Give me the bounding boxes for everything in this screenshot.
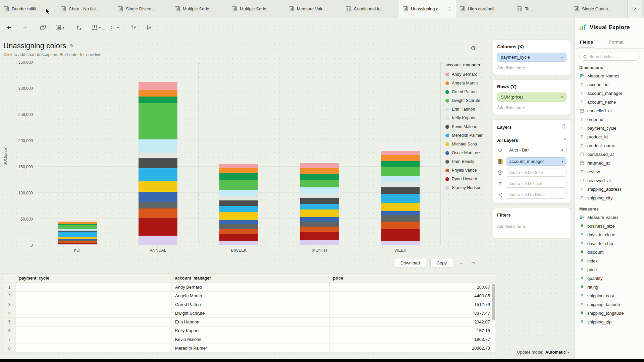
tab-multiple-serie[interactable]: Multiple Serie...	[171, 0, 228, 18]
minimize-results-icon[interactable]: ─	[457, 259, 465, 267]
cell-account-manager[interactable]: Andy Bernard	[172, 283, 330, 291]
info-icon[interactable]: ⓘ	[562, 124, 567, 130]
tab-dunder-miffli[interactable]: Dunder miffli...	[0, 0, 57, 18]
column-header-price[interactable]: price	[330, 274, 496, 283]
cell-account-manager[interactable]: Dwight Schrute	[172, 309, 330, 317]
field-days-to-ship[interactable]: #days_to_ship	[575, 239, 644, 248]
cell-price[interactable]: 1512.79	[330, 300, 496, 309]
field-measure-values[interactable]: Measure Values	[575, 213, 644, 222]
field-review[interactable]: Treview	[575, 167, 644, 176]
bar-segment[interactable]	[139, 158, 177, 168]
bar-segment[interactable]	[300, 227, 339, 232]
legend-item[interactable]: Phyllis Vance	[445, 166, 496, 175]
bar-segment[interactable]	[139, 208, 177, 218]
field-product-name[interactable]: Tproduct_name	[575, 141, 644, 150]
cell-account-manager[interactable]: Creed Patton	[172, 300, 330, 309]
field-business-size[interactable]: #business_size	[575, 222, 644, 230]
text-field-input[interactable]	[506, 180, 567, 188]
legend-item[interactable]: Kelly Kapoor	[445, 114, 496, 122]
bar-segment[interactable]	[381, 203, 420, 211]
field-shipping-zip[interactable]: #shipping_zip	[575, 317, 644, 326]
bar-segment[interactable]	[300, 198, 339, 204]
bar-segment[interactable]	[381, 222, 420, 229]
tab-format[interactable]: Format	[608, 37, 624, 48]
bar-segment[interactable]	[139, 202, 177, 208]
bar-segment[interactable]	[219, 173, 258, 180]
cell-payment-cycle[interactable]	[16, 318, 172, 326]
bar-segment[interactable]	[300, 240, 339, 245]
bar-segment[interactable]	[381, 211, 420, 215]
bar-segment[interactable]	[381, 187, 420, 194]
field-shipping-address[interactable]: Tshipping_address	[575, 185, 644, 193]
legend-item[interactable]: Angela Martin	[445, 79, 496, 87]
tab-measure-valu[interactable]: Measure Valu...	[285, 0, 342, 18]
bar-segment[interactable]	[58, 222, 97, 224]
cell-account-manager[interactable]: Meredith Palmer	[172, 344, 330, 352]
bar-segment[interactable]	[381, 182, 420, 188]
bar-segment[interactable]	[139, 236, 177, 245]
legend-item[interactable]: Stanley Hudson	[445, 183, 496, 192]
columns-x-field-pill[interactable]: payment_cycle ▾	[497, 53, 567, 62]
bar-segment[interactable]	[219, 229, 258, 233]
cell-account-manager[interactable]: Kevin Malone	[172, 335, 330, 344]
bar-segment[interactable]	[139, 90, 177, 97]
search-fields-box[interactable]	[579, 53, 640, 61]
legend-item[interactable]: Pam Beesly	[445, 157, 496, 166]
copy-button[interactable]: Copy	[430, 258, 453, 268]
bar-segment[interactable]	[381, 194, 420, 203]
bar-segment[interactable]	[139, 218, 177, 236]
legend-item[interactable]: Meredith Palmer	[445, 131, 496, 140]
bar-segment[interactable]	[300, 163, 339, 168]
field-discount[interactable]: #discount	[575, 248, 644, 256]
field-order-id[interactable]: Torder_id	[575, 115, 644, 124]
cell-payment-cycle[interactable]	[16, 300, 172, 309]
new-chart-button[interactable]	[627, 0, 642, 18]
cell-payment-cycle[interactable]	[16, 292, 172, 300]
field-quantity[interactable]: #quantity	[575, 274, 644, 283]
tab-multiple-serie[interactable]: Multiple Serie...	[228, 0, 285, 18]
bar-segment[interactable]	[381, 167, 420, 176]
bar-segment[interactable]	[219, 234, 258, 241]
mark-type-select[interactable]: Auto - Bar ▾	[506, 146, 567, 154]
field-cancelled-at[interactable]: cancelled_at	[575, 106, 644, 115]
tab-high-cardinali[interactable]: High cardinali...	[456, 0, 513, 18]
search-fields-input[interactable]	[589, 54, 633, 59]
back-button[interactable]	[5, 23, 14, 32]
bar-segment[interactable]	[219, 200, 258, 206]
field-days-to-close[interactable]: #days_to_close	[575, 230, 644, 239]
field-measure-names[interactable]: Measure Names	[575, 71, 644, 80]
tab-kebab-menu-icon[interactable]: ⋮	[446, 6, 452, 12]
bar-segment[interactable]	[300, 168, 339, 175]
field-index[interactable]: #index	[575, 256, 644, 265]
column-header-payment-cycle[interactable]: payment_cycle	[16, 274, 172, 283]
tab-conditional-fo[interactable]: Conditional fo...	[342, 0, 399, 18]
field-purchased-at[interactable]: purchased_at	[575, 150, 644, 159]
field-payment-cycle[interactable]: Tpayment_cycle	[575, 124, 644, 132]
bar-segment[interactable]	[58, 232, 97, 237]
cell-price[interactable]: 280.67	[330, 283, 496, 291]
tab-single-discret[interactable]: Single Discret...	[114, 0, 171, 18]
rows-y-add-fields[interactable]: Add fields here...	[497, 106, 567, 110]
cell-payment-cycle[interactable]	[16, 309, 172, 317]
legend-item[interactable]: Ryan Howard	[445, 175, 496, 183]
bar-segment[interactable]	[300, 174, 339, 180]
bar-segment[interactable]	[300, 187, 339, 194]
bar-segment[interactable]	[219, 164, 258, 168]
field-account-id[interactable]: Taccount_id	[575, 80, 644, 89]
bar-segment[interactable]	[300, 209, 339, 217]
bar-segment[interactable]	[219, 190, 258, 196]
field-rating[interactable]: #rating	[575, 283, 644, 291]
cell-payment-cycle[interactable]	[16, 326, 172, 335]
cell-account-manager[interactable]: Angela Martin	[172, 292, 330, 300]
bar-width-button[interactable]: ▾	[90, 23, 102, 32]
bar-segment[interactable]	[139, 103, 177, 139]
bar-segment[interactable]	[300, 204, 339, 209]
legend-item[interactable]: Creed Patton	[445, 87, 496, 96]
field-reviewed-at[interactable]: reviewed_at	[575, 176, 644, 185]
legend-item[interactable]: Dwight Schrute	[445, 96, 496, 105]
cell-price[interactable]: 1863.77	[330, 335, 496, 344]
cell-price[interactable]: 157.15	[330, 326, 496, 335]
edit-title-icon[interactable]: ✎	[70, 43, 74, 49]
tab-unassigning-c[interactable]: Unassigning c...⋮	[399, 0, 456, 18]
tab-ta[interactable]: Ta...	[513, 0, 570, 18]
